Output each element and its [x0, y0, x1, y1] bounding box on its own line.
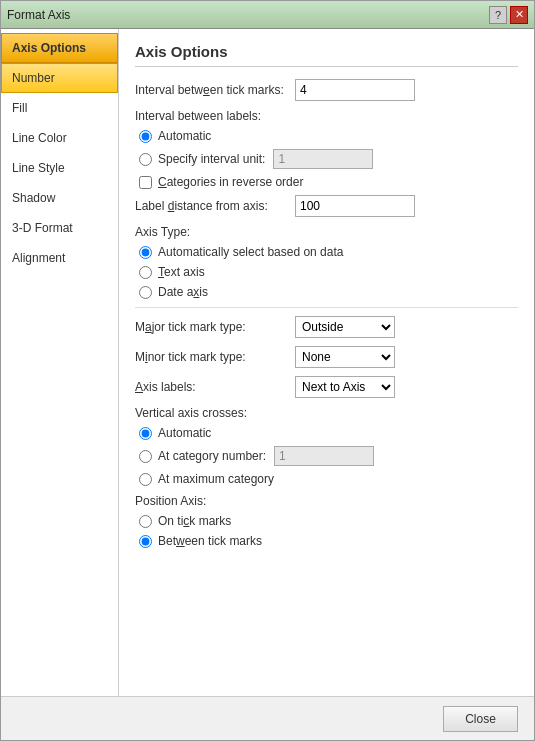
- major-tick-label: Major tick mark type:: [135, 320, 295, 334]
- sidebar-item-shadow[interactable]: Shadow: [1, 183, 118, 213]
- between-tick-radio-row: Between tick marks: [135, 534, 518, 548]
- sidebar-item-line-color[interactable]: Line Color: [1, 123, 118, 153]
- title-bar-left: Format Axis: [7, 8, 70, 22]
- interval-labels-label: Interval between labels:: [135, 109, 518, 123]
- section-title: Axis Options: [135, 43, 518, 67]
- minor-tick-select[interactable]: None Outside Inside Cross: [295, 346, 395, 368]
- minor-tick-label: Minor tick mark type:: [135, 350, 295, 364]
- sidebar-item-3d-format[interactable]: 3-D Format: [1, 213, 118, 243]
- categories-reverse-label[interactable]: Categories in reverse order: [158, 175, 303, 189]
- auto-select-label[interactable]: Automatically select based on data: [158, 245, 343, 259]
- sidebar-item-axis-options[interactable]: Axis Options: [1, 33, 118, 63]
- date-axis-radio-row: Date axis: [135, 285, 518, 299]
- categories-reverse-checkbox[interactable]: [139, 176, 152, 189]
- at-category-input[interactable]: [274, 446, 374, 466]
- interval-tick-row: Interval between tick marks:: [135, 79, 518, 101]
- axis-labels-select[interactable]: Next to Axis High Low None: [295, 376, 395, 398]
- at-category-label[interactable]: At category number:: [158, 449, 266, 463]
- sidebar-item-line-style[interactable]: Line Style: [1, 153, 118, 183]
- text-axis-radio-row: Text axis: [135, 265, 518, 279]
- auto-select-radio[interactable]: [139, 246, 152, 259]
- at-max-label[interactable]: At maximum category: [158, 472, 274, 486]
- window-close-button[interactable]: ✕: [510, 6, 528, 24]
- axis-type-label: Axis Type:: [135, 225, 518, 239]
- sidebar-item-number[interactable]: Number: [1, 63, 118, 93]
- v-automatic-label[interactable]: Automatic: [158, 426, 211, 440]
- interval-tick-label: Interval between tick marks:: [135, 83, 295, 97]
- specify-interval-row: Specify interval unit:: [135, 149, 518, 169]
- v-automatic-radio-row: Automatic: [135, 426, 518, 440]
- v-automatic-radio[interactable]: [139, 427, 152, 440]
- auto-select-radio-row: Automatically select based on data: [135, 245, 518, 259]
- date-axis-radio[interactable]: [139, 286, 152, 299]
- automatic-label[interactable]: Automatic: [158, 129, 211, 143]
- title-bar: Format Axis ? ✕: [1, 1, 534, 29]
- sidebar-item-fill[interactable]: Fill: [1, 93, 118, 123]
- content-area: Axis Options Number Fill Line Color Line…: [1, 29, 534, 696]
- sidebar-item-alignment[interactable]: Alignment: [1, 243, 118, 273]
- axis-labels-row: Axis labels: Next to Axis High Low None: [135, 376, 518, 398]
- major-tick-select[interactable]: Outside Inside Cross None: [295, 316, 395, 338]
- divider1: [135, 307, 518, 308]
- label-distance-input[interactable]: [295, 195, 415, 217]
- vertical-axis-label: Vertical axis crosses:: [135, 406, 518, 420]
- position-axis-label: Position Axis:: [135, 494, 518, 508]
- minor-tick-row: Minor tick mark type: None Outside Insid…: [135, 346, 518, 368]
- at-category-radio[interactable]: [139, 450, 152, 463]
- categories-reverse-row: Categories in reverse order: [135, 175, 518, 189]
- help-button[interactable]: ?: [489, 6, 507, 24]
- close-button[interactable]: Close: [443, 706, 518, 732]
- window-title: Format Axis: [7, 8, 70, 22]
- main-content: Axis Options Interval between tick marks…: [119, 29, 534, 696]
- major-tick-row: Major tick mark type: Outside Inside Cro…: [135, 316, 518, 338]
- axis-labels-label: Axis labels:: [135, 380, 295, 394]
- on-tick-radio[interactable]: [139, 515, 152, 528]
- label-distance-row: Label distance from axis:: [135, 195, 518, 217]
- footer: Close: [1, 696, 534, 740]
- on-tick-radio-row: On tick marks: [135, 514, 518, 528]
- automatic-radio[interactable]: [139, 130, 152, 143]
- at-max-radio[interactable]: [139, 473, 152, 486]
- title-controls: ? ✕: [489, 6, 528, 24]
- specify-interval-radio[interactable]: [139, 153, 152, 166]
- between-tick-radio[interactable]: [139, 535, 152, 548]
- label-distance-label: Label distance from axis:: [135, 199, 295, 213]
- sidebar: Axis Options Number Fill Line Color Line…: [1, 29, 119, 696]
- at-category-radio-row: At category number:: [135, 446, 518, 466]
- format-axis-window: Format Axis ? ✕ Axis Options Number Fill…: [0, 0, 535, 741]
- specify-interval-label[interactable]: Specify interval unit:: [158, 152, 265, 166]
- automatic-radio-row: Automatic: [135, 129, 518, 143]
- date-axis-label[interactable]: Date axis: [158, 285, 208, 299]
- interval-tick-input[interactable]: [295, 79, 415, 101]
- on-tick-label[interactable]: On tick marks: [158, 514, 231, 528]
- text-axis-label[interactable]: Text axis: [158, 265, 205, 279]
- at-max-radio-row: At maximum category: [135, 472, 518, 486]
- between-tick-label[interactable]: Between tick marks: [158, 534, 262, 548]
- text-axis-radio[interactable]: [139, 266, 152, 279]
- specify-interval-input[interactable]: [273, 149, 373, 169]
